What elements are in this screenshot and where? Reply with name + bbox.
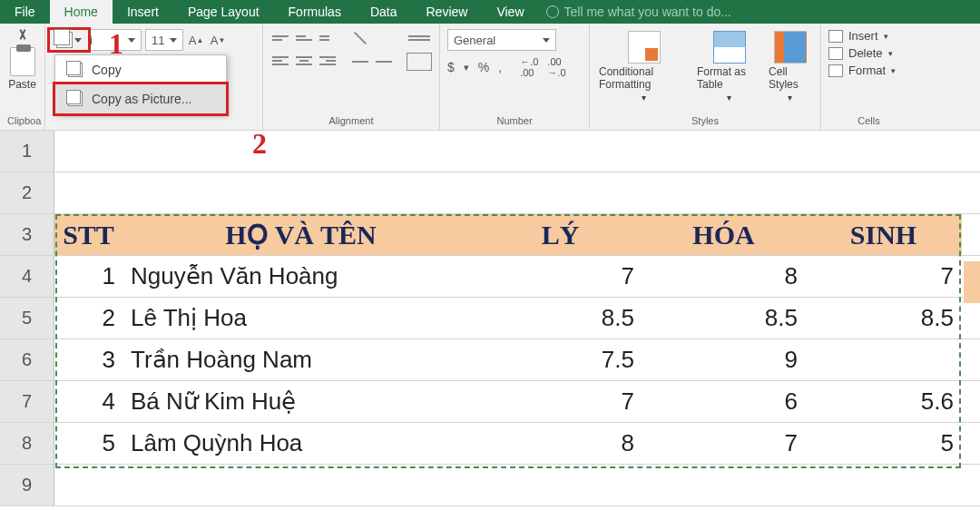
copy-icon xyxy=(56,32,73,48)
tab-home[interactable]: Home xyxy=(50,0,113,24)
cell-hoa[interactable]: 8.5 xyxy=(642,298,806,338)
tab-view[interactable]: View xyxy=(482,0,538,24)
tab-insert[interactable]: Insert xyxy=(113,0,173,24)
column-header-sinh[interactable]: SINH xyxy=(806,214,962,255)
comma-button[interactable]: , xyxy=(498,60,502,74)
styles-label: Styles xyxy=(597,115,813,128)
paste-button[interactable]: Paste xyxy=(8,78,36,91)
copy-dropdown: Copy Copy as Picture... xyxy=(54,54,227,114)
paste-icon[interactable] xyxy=(10,47,35,76)
number-format-select[interactable]: General xyxy=(447,29,556,51)
cell-name[interactable]: Trần Hoàng Nam xyxy=(123,339,479,380)
delete-icon xyxy=(828,47,843,60)
decrease-decimal-icon[interactable]: .00→.0 xyxy=(547,56,565,78)
align-bottom-icon[interactable] xyxy=(318,29,338,47)
delete-cells-button[interactable]: Delete▾ xyxy=(828,46,909,60)
column-header-stt[interactable]: STT xyxy=(54,214,123,255)
tab-page-layout[interactable]: Page Layout xyxy=(173,0,274,24)
cell-hoa[interactable]: 7 xyxy=(642,423,806,464)
cell-ly[interactable]: 7 xyxy=(479,381,642,422)
orientation-icon[interactable] xyxy=(347,25,374,52)
align-center-icon[interactable] xyxy=(294,52,314,70)
cell-ly[interactable]: 8 xyxy=(479,423,642,464)
format-cells-button[interactable]: Format▾ xyxy=(828,64,909,77)
cell-stt[interactable]: 1 xyxy=(54,256,123,297)
decrease-indent-icon[interactable] xyxy=(350,53,370,71)
cell-hoa[interactable]: 8 xyxy=(642,256,806,297)
tab-formulas[interactable]: Formulas xyxy=(274,0,356,24)
tell-me-placeholder: Tell me what you want to do... xyxy=(564,5,731,19)
conditional-formatting-button[interactable]: Conditional Formatting▾ xyxy=(597,29,691,104)
row-header[interactable]: 4 xyxy=(0,256,54,297)
number-label: Number xyxy=(447,115,582,128)
cut-icon[interactable] xyxy=(16,29,29,44)
font-label xyxy=(53,126,255,128)
chevron-down-icon xyxy=(543,38,550,43)
cell-hoa[interactable]: 6 xyxy=(642,381,806,422)
decrease-font-icon[interactable]: A▼ xyxy=(209,31,227,49)
tab-file[interactable]: File xyxy=(0,0,50,24)
tab-review[interactable]: Review xyxy=(412,0,483,24)
cell-stt[interactable]: 3 xyxy=(54,339,123,380)
row-header[interactable]: 7 xyxy=(0,381,54,422)
align-left-icon[interactable] xyxy=(270,52,290,70)
ribbon-tabs: File Home Insert Page Layout Formulas Da… xyxy=(0,0,980,24)
align-top-icon[interactable] xyxy=(270,29,290,47)
font-size-select[interactable]: 11 xyxy=(145,29,183,51)
copy-as-picture-menu-item[interactable]: Copy as Picture... xyxy=(53,82,229,116)
tab-data[interactable]: Data xyxy=(356,0,412,24)
cell-ly[interactable]: 7 xyxy=(479,256,642,297)
styles-group: Conditional Formatting▾ Format as Table▾… xyxy=(590,24,821,130)
format-as-table-button[interactable]: Format as Table▾ xyxy=(695,29,763,104)
cell-stt[interactable]: 2 xyxy=(54,298,123,338)
row-header[interactable]: 5 xyxy=(0,298,54,338)
number-group: General $ ▾ % , ←.0.00 .00→.0 Number xyxy=(440,24,590,130)
lightbulb-icon xyxy=(546,5,559,18)
insert-icon xyxy=(828,30,843,43)
cell-name[interactable]: Lê Thị Hoa xyxy=(123,298,479,338)
tell-me-search[interactable]: Tell me what you want to do... xyxy=(539,5,739,19)
row-header[interactable]: 1 xyxy=(0,131,54,172)
increase-decimal-icon[interactable]: ←.0.00 xyxy=(520,56,538,78)
cell-sinh[interactable] xyxy=(806,339,962,380)
align-middle-icon[interactable] xyxy=(294,29,314,47)
cell-ly[interactable]: 7.5 xyxy=(479,339,642,380)
cell-name[interactable]: Lâm Quỳnh Hoa xyxy=(123,423,479,464)
copy-split-button[interactable] xyxy=(47,27,91,53)
row-header[interactable]: 8 xyxy=(0,423,54,464)
clipboard-label: Clipboa xyxy=(7,115,37,128)
align-right-icon[interactable] xyxy=(318,52,338,70)
cell-ly[interactable]: 8.5 xyxy=(479,298,642,338)
copy-menu-item[interactable]: Copy xyxy=(55,55,226,84)
currency-button[interactable]: $ xyxy=(447,60,455,74)
row-header[interactable]: 9 xyxy=(0,465,54,505)
row-header[interactable]: 2 xyxy=(0,172,54,213)
insert-cells-button[interactable]: Insert▾ xyxy=(828,29,909,43)
cell-name[interactable]: Nguyễn Văn Hoàng xyxy=(123,256,479,297)
row-header[interactable]: 3 xyxy=(0,214,54,255)
alignment-label: Alignment xyxy=(270,115,432,128)
cell-name[interactable]: Bá Nữ Kim Huệ xyxy=(123,381,479,422)
wrap-text-icon[interactable] xyxy=(407,29,432,47)
column-header-name[interactable]: HỌ VÀ TÊN xyxy=(123,214,479,255)
cell-sinh[interactable]: 7 xyxy=(806,256,962,297)
cell-hoa[interactable]: 9 xyxy=(642,339,806,380)
chevron-down-icon xyxy=(74,38,82,43)
alignment-group: Alignment xyxy=(263,24,440,130)
percent-button[interactable]: % xyxy=(478,60,489,74)
cell-sinh[interactable]: 8.5 xyxy=(806,298,962,338)
column-header-hoa[interactable]: HÓA xyxy=(642,214,806,255)
chevron-down-icon xyxy=(170,38,177,43)
cell-styles-button[interactable]: Cell Styles▾ xyxy=(767,29,813,104)
conditional-formatting-icon xyxy=(628,31,661,64)
cell-stt[interactable]: 5 xyxy=(54,423,123,464)
increase-indent-icon[interactable] xyxy=(374,53,394,71)
row-header[interactable]: 6 xyxy=(0,339,54,380)
cell-sinh[interactable]: 5.6 xyxy=(806,381,962,422)
cell-stt[interactable]: 4 xyxy=(54,381,123,422)
increase-font-icon[interactable]: A▲ xyxy=(187,31,205,49)
column-header-ly[interactable]: LÝ xyxy=(479,214,642,255)
annotation-1: 1 xyxy=(109,27,123,61)
cell-sinh[interactable]: 5 xyxy=(806,423,962,464)
merge-center-icon[interactable] xyxy=(407,53,432,71)
